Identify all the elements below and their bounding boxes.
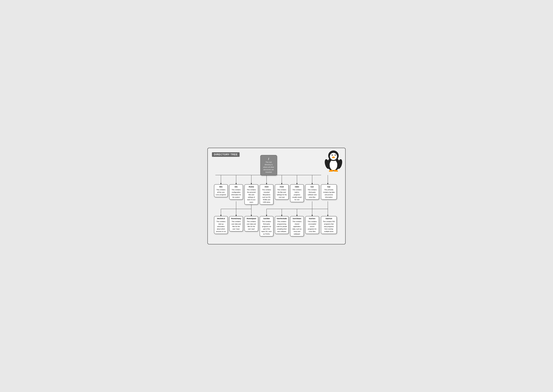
node-usrinclude: /usr/include This contains programming c… (275, 216, 289, 234)
svg-point-9 (335, 155, 336, 155)
diagram-title: DIRECTORY TREE (212, 152, 240, 157)
node-root-dir: /root This contains the files and settin… (275, 184, 289, 200)
node-home: /home This contains the personal files a… (244, 184, 258, 205)
node-usrsrc: /usr/src This contains uncompiled source… (305, 216, 319, 234)
node-usrbin: /usr/bin This contains third-party progr… (260, 216, 273, 236)
node-root: / The root directory is where all other … (260, 155, 277, 175)
svg-point-10 (332, 157, 335, 158)
node-usrshare: /usr/share This contains shared applicat… (290, 216, 304, 236)
node-homepaul: /home/paul This contains user data and f… (244, 216, 258, 231)
diagram-container: DIRECTORY TREE (207, 148, 346, 245)
node-mnt: /mnt This contains mounted filesystems s… (260, 184, 273, 205)
node-etc: /etc This contains configuration informa… (229, 184, 243, 200)
node-var: /var This primarily contains log data an… (321, 184, 337, 200)
node-bin: /bin This contains all the core Linux pr… (214, 184, 228, 197)
node-homemary: /home/mary This contains user data and f… (229, 216, 243, 231)
tux-mascot (325, 149, 342, 170)
node-usr: /usr This contains third-party software … (305, 184, 319, 200)
node-varrun: /var/run This contains PID programs that… (321, 216, 337, 234)
svg-point-6 (332, 155, 333, 155)
node-sbin: /sbin This contains built-in programs us… (290, 184, 304, 202)
svg-point-1 (330, 160, 337, 170)
svg-point-3 (330, 153, 337, 160)
node-etcinitd: /etc/init.d This contains start-up infor… (214, 216, 228, 234)
